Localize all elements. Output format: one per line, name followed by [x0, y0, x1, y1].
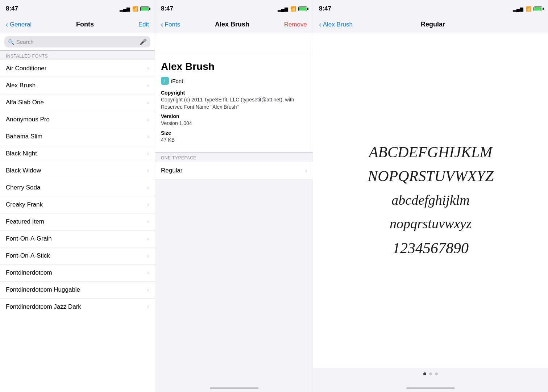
- nav-title-1: Fonts: [76, 21, 94, 28]
- copyright-value: Copyright (c) 2011 TypeSETit, LLC (types…: [161, 96, 307, 110]
- dot-1: [423, 372, 426, 375]
- home-indicator-2: [155, 380, 313, 392]
- font-item-chevron: ›: [147, 304, 149, 310]
- font-item-chevron: ›: [147, 201, 149, 208]
- status-bar-2: 8:47 ▂▄▆ 📶: [155, 0, 313, 16]
- font-item-name: Cherry Soda: [6, 184, 40, 191]
- font-item-name: Bahama Slim: [6, 133, 42, 140]
- font-item-chevron: ›: [147, 253, 149, 259]
- status-time-3: 8:47: [319, 5, 331, 12]
- signal-icon-1: ▂▄▆: [120, 6, 130, 12]
- font-item-name: Black Night: [6, 150, 37, 157]
- font-item-chevron: ›: [147, 65, 149, 72]
- preview-text-block: ABCDEFGHIJKLM NOPQRSTUVWXYZ abcdefghijkl…: [368, 143, 494, 258]
- nav-bar-3: ‹ Alex Brush Regular: [313, 16, 548, 33]
- signal-icon-3: ▂▄▆: [513, 6, 523, 12]
- back-label-1: General: [10, 21, 32, 28]
- battery-icon-1: [140, 7, 149, 11]
- font-list-item[interactable]: Fontdinerdotcom Jazz Dark ›: [0, 299, 155, 315]
- back-button-fonts[interactable]: ‹ Fonts: [161, 20, 180, 29]
- font-source-name: iFont: [171, 78, 183, 84]
- font-item-name: Fontdinerdotcom: [6, 269, 52, 276]
- preview-lowercase-line1: abcdefghijklm: [368, 191, 494, 209]
- back-chevron-1: ‹: [6, 20, 8, 29]
- font-item-chevron: ›: [147, 116, 149, 123]
- font-item-chevron: ›: [147, 150, 149, 157]
- font-item-name: Featured Item: [6, 218, 44, 225]
- wifi-icon-1: 📶: [132, 6, 138, 12]
- version-label: Version: [161, 113, 307, 119]
- font-list-item[interactable]: Black Widow ›: [0, 162, 155, 179]
- mic-icon[interactable]: 🎤: [140, 38, 147, 45]
- font-list-item[interactable]: Air Conditioner ›: [0, 60, 155, 77]
- preview-uppercase-line1: ABCDEFGHIJKLM: [368, 143, 494, 161]
- font-info-section: Alex Brush i iFont Copyright Copyright (…: [155, 55, 313, 152]
- version-value: Version 1.004: [161, 120, 307, 127]
- search-icon: 🔍: [8, 39, 14, 45]
- remove-button[interactable]: Remove: [284, 21, 307, 28]
- font-detail-panel: 8:47 ▂▄▆ 📶 ‹ Fonts Alex Brush Remove Ale…: [155, 0, 313, 392]
- font-list-item[interactable]: Featured Item ›: [0, 213, 155, 230]
- edit-button[interactable]: Edit: [138, 21, 149, 28]
- home-bar-3: [406, 387, 455, 389]
- font-detail-content: Alex Brush i iFont Copyright Copyright (…: [155, 55, 313, 392]
- font-item-name: Creaky Frank: [6, 201, 43, 208]
- battery-icon-2: [298, 7, 307, 11]
- size-label: Size: [161, 130, 307, 136]
- home-indicator-3: [313, 380, 548, 392]
- font-item-name: Alfa Slab One: [6, 99, 44, 106]
- font-list-item[interactable]: Font-On-A-Grain ›: [0, 230, 155, 247]
- font-list-item[interactable]: Alfa Slab One ›: [0, 94, 155, 111]
- page-dots: [313, 368, 548, 380]
- typeface-regular-name: Regular: [161, 167, 183, 174]
- status-time-2: 8:47: [161, 5, 173, 12]
- font-item-name: Fontdinerdotcom Jazz Dark: [6, 303, 81, 310]
- back-button-alex-brush[interactable]: ‹ Alex Brush: [319, 20, 353, 29]
- ifont-icon: i: [161, 77, 169, 85]
- search-input[interactable]: Search: [16, 39, 137, 45]
- back-button-general[interactable]: ‹ General: [6, 20, 32, 29]
- font-item-chevron: ›: [147, 82, 149, 89]
- font-preview-area: [155, 33, 313, 55]
- typeface-regular-item[interactable]: Regular ›: [155, 162, 313, 179]
- font-item-name: Air Conditioner: [6, 65, 46, 72]
- font-list-item[interactable]: Font-On-A-Stick ›: [0, 247, 155, 264]
- font-list-item[interactable]: Bahama Slim ›: [0, 128, 155, 145]
- search-inner[interactable]: 🔍 Search 🎤: [4, 36, 150, 47]
- wifi-icon-2: 📶: [290, 6, 296, 12]
- typeface-chevron: ›: [305, 167, 307, 174]
- installed-fonts-header: INSTALLED FONTS: [0, 51, 155, 60]
- font-source: i iFont: [161, 77, 307, 85]
- font-list-item[interactable]: Anonymous Pro ›: [0, 111, 155, 128]
- font-list: Air Conditioner › Alex Brush › Alfa Slab…: [0, 60, 155, 392]
- font-item-chevron: ›: [147, 184, 149, 191]
- font-item-name: Fontdinerdotcom Huggable: [6, 286, 80, 293]
- font-item-chevron: ›: [147, 99, 149, 106]
- font-list-item[interactable]: Black Night ›: [0, 145, 155, 162]
- font-title: Alex Brush: [161, 61, 307, 72]
- battery-icon-3: [534, 7, 542, 11]
- font-preview-content: ABCDEFGHIJKLM NOPQRSTUVWXYZ abcdefghijkl…: [313, 33, 548, 368]
- status-icons-2: ▂▄▆ 📶: [278, 6, 307, 12]
- nav-bar-1: ‹ General Fonts Edit: [0, 16, 155, 33]
- font-item-chevron: ›: [147, 167, 149, 174]
- wifi-icon-3: 📶: [526, 6, 531, 12]
- font-list-item[interactable]: Fontdinerdotcom Huggable ›: [0, 282, 155, 299]
- status-bar-1: 8:47 ▂▄▆ 📶: [0, 0, 155, 16]
- back-chevron-2: ‹: [161, 20, 163, 29]
- font-list-item[interactable]: Creaky Frank ›: [0, 196, 155, 213]
- font-list-item[interactable]: Alex Brush ›: [0, 77, 155, 94]
- font-list-item[interactable]: Cherry Soda ›: [0, 179, 155, 196]
- preview-lowercase-line2: nopqrstuvwxyz: [368, 215, 494, 233]
- dot-2: [429, 372, 432, 375]
- font-item-name: Font-On-A-Stick: [6, 252, 50, 259]
- nav-bar-2: ‹ Fonts Alex Brush Remove: [155, 16, 313, 33]
- font-list-item[interactable]: Fontdinerdotcom ›: [0, 264, 155, 282]
- status-bar-3: 8:47 ▂▄▆ 📶: [313, 0, 548, 16]
- typeface-section: ONE TYPEFACE Regular ›: [155, 152, 313, 179]
- font-preview-panel: 8:47 ▂▄▆ 📶 ‹ Alex Brush Regular ABCDEFGH…: [313, 0, 548, 392]
- typeface-header: ONE TYPEFACE: [155, 152, 313, 162]
- font-item-name: Anonymous Pro: [6, 116, 50, 123]
- signal-icon-2: ▂▄▆: [278, 6, 288, 12]
- preview-uppercase-line2: NOPQRSTUVWXYZ: [368, 167, 494, 185]
